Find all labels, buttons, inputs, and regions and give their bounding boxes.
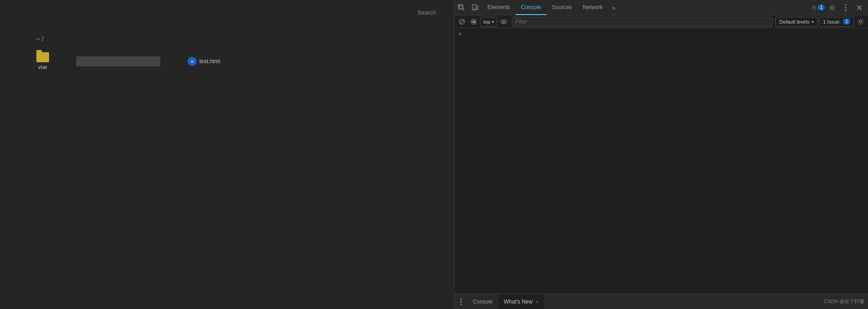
device-toolbar-button[interactable] [469, 1, 481, 14]
issues-count-badge: 1 [818, 5, 825, 10]
tab-console[interactable]: Console [516, 0, 546, 15]
context-value: top [483, 19, 490, 25]
svg-rect-19 [473, 20, 475, 23]
svg-line-17 [460, 20, 464, 24]
svg-point-11 [845, 4, 847, 5]
more-tabs-button[interactable]: » [608, 2, 619, 13]
default-levels-chevron-icon: ▾ [812, 20, 814, 24]
console-settings-button[interactable] [855, 16, 866, 27]
close-devtools-button[interactable] [853, 1, 866, 14]
svg-point-21 [860, 20, 862, 23]
bottombar-more-icon[interactable] [455, 295, 467, 308]
breadcrumb: ~ / [36, 35, 44, 43]
svg-rect-6 [476, 6, 478, 10]
inspect-element-button[interactable] [455, 1, 468, 14]
issues-btn[interactable]: 1 Issue: 1 [819, 17, 854, 27]
file-list: vue V test.html [36, 52, 220, 70]
svg-point-13 [845, 10, 847, 11]
svg-point-24 [461, 304, 462, 305]
file-test-html[interactable]: V test.html [188, 57, 220, 66]
devtools-main-tabs: Elements Console Sources Network » [482, 0, 812, 15]
whats-new-close-icon[interactable]: × [536, 299, 538, 304]
folder-label: vue [38, 64, 47, 70]
bottom-bar-right-text: CSDN @在下柠檬 [824, 298, 864, 305]
folder-vue[interactable]: vue [36, 52, 49, 70]
devtools-bottom-bar: Console What's New × CSDN @在下柠檬 [455, 294, 868, 309]
console-chevron-icon: > [458, 31, 461, 37]
folder-icon [36, 52, 49, 62]
bottombar-console-tab[interactable]: Console [467, 294, 498, 309]
stop-network-button[interactable] [468, 16, 479, 27]
tab-sources[interactable]: Sources [546, 0, 577, 15]
filter-input[interactable] [512, 17, 773, 27]
svg-point-20 [503, 21, 505, 23]
default-levels-label: Default levels [779, 19, 809, 25]
hide-violations-button[interactable] [498, 16, 509, 27]
devtools-panel: Elements Console Sources Network » [454, 0, 868, 309]
devtools-tabs-toolbar: Elements Console Sources Network » [455, 0, 868, 15]
svg-point-22 [461, 298, 462, 299]
svg-point-12 [845, 7, 847, 8]
redacted-file-item [76, 56, 160, 66]
bottombar-whats-new-tab[interactable]: What's New × [498, 294, 544, 309]
context-selector[interactable]: top ▾ [480, 17, 497, 27]
issues-badge-btn[interactable]: 1 [812, 1, 825, 14]
console-prompt-row[interactable]: > [455, 30, 868, 38]
issue-count-badge: 1 [843, 19, 850, 25]
context-dropdown-icon: ▾ [492, 20, 494, 24]
svg-point-23 [461, 301, 462, 302]
clear-console-button[interactable] [456, 16, 467, 27]
devtools-right-controls: 1 [812, 1, 866, 14]
console-toolbar: top ▾ Default levels ▾ 1 Issue: 1 [455, 15, 868, 28]
issue-label: 1 Issue: [823, 19, 841, 25]
file-explorer-panel: Search ~ / vue V test.html [0, 0, 454, 309]
more-options-button[interactable] [839, 1, 852, 14]
html-file-icon: V [188, 57, 197, 66]
settings-button[interactable] [826, 1, 838, 14]
search-label: Search [417, 9, 436, 16]
tab-elements[interactable]: Elements [482, 0, 516, 15]
tab-network[interactable]: Network [577, 0, 608, 15]
default-levels-dropdown[interactable]: Default levels ▾ [775, 17, 818, 27]
console-output: > [455, 28, 868, 294]
html-file-label: test.html [199, 58, 220, 65]
whats-new-label: What's New [504, 299, 533, 305]
bottombar-console-label: Console [473, 299, 493, 305]
svg-point-10 [831, 6, 833, 9]
